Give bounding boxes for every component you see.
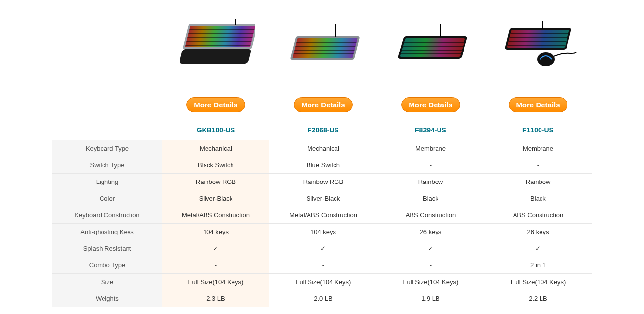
spec-value: Rainbow — [377, 174, 484, 190]
spec-value: Black — [484, 190, 592, 207]
spec-value: ✓ — [162, 240, 269, 257]
keyboard-image-gkb100 — [177, 19, 255, 73]
spec-value: ✓ — [377, 240, 484, 257]
spec-value: - — [162, 257, 269, 274]
spec-label: Combo Type — [52, 257, 162, 274]
keyboard-image-f2068 — [286, 24, 360, 68]
spec-value: - — [484, 157, 592, 174]
svg-rect-12 — [293, 38, 358, 58]
svg-rect-2 — [185, 26, 255, 47]
spec-value: 26 keys — [484, 224, 592, 240]
model-name: F2068-US — [269, 121, 377, 140]
keyboard-image-f8294 — [394, 24, 467, 68]
spec-value: 2.2 LB — [484, 290, 592, 307]
spec-label: Lighting — [52, 174, 162, 190]
spec-value: Rainbow RGB — [162, 174, 269, 190]
comparison-table: More Details More Details More Details M… — [52, 10, 592, 307]
spec-label: Keyboard Construction — [52, 207, 162, 224]
spec-value: 104 keys — [162, 224, 269, 240]
spec-value: ABS Construction — [377, 207, 484, 224]
more-details-button[interactable]: More Details — [401, 97, 460, 112]
spec-value: Silver-Black — [269, 190, 377, 207]
spec-value: Mechanical — [162, 140, 269, 157]
spec-label: Switch Type — [52, 157, 162, 174]
spec-value: - — [377, 257, 484, 274]
product-image-cell — [484, 10, 592, 83]
spec-value: Blue Switch — [269, 157, 377, 174]
product-image-cell — [269, 10, 377, 83]
spec-value: 104 keys — [269, 224, 377, 240]
spec-label: Weights — [52, 290, 162, 307]
image-row — [52, 10, 592, 83]
svg-rect-28 — [507, 30, 569, 48]
spec-value: - — [269, 257, 377, 274]
comparison-table-wrap: More Details More Details More Details M… — [52, 0, 592, 307]
spec-label: Anti-ghosting Keys — [52, 224, 162, 240]
spec-label: Color — [52, 190, 162, 207]
spec-value: Black Switch — [162, 157, 269, 174]
table-row: Keyboard ConstructionMetal/ABS Construct… — [52, 207, 592, 224]
table-row: Switch TypeBlack SwitchBlue Switch-- — [52, 157, 592, 174]
svg-point-34 — [537, 52, 555, 66]
model-name: F8294-US — [377, 121, 484, 140]
spec-value: ABS Construction — [484, 207, 592, 224]
table-row: Weights2.3 LB2.0 LB1.9 LB2.2 LB — [52, 290, 592, 307]
spec-value: Full Size(104 Keys) — [162, 274, 269, 290]
table-row: Anti-ghosting Keys104 keys104 keys26 key… — [52, 224, 592, 240]
spec-value: 1.9 LB — [377, 290, 484, 307]
spec-label: Size — [52, 274, 162, 290]
spec-value: ✓ — [484, 240, 592, 257]
model-name: F1100-US — [484, 121, 592, 140]
product-image-cell — [377, 10, 484, 83]
spec-value: Full Size(104 Keys) — [377, 274, 484, 290]
spec-value: Full Size(104 Keys) — [269, 274, 377, 290]
spec-value: Membrane — [484, 140, 592, 157]
spec-value: Full Size(104 Keys) — [484, 274, 592, 290]
button-row: More Details More Details More Details M… — [52, 83, 592, 121]
spec-value: - — [377, 157, 484, 174]
spec-value: Mechanical — [269, 140, 377, 157]
spec-value: 2 in 1 — [484, 257, 592, 274]
spec-value: Metal/ABS Construction — [269, 207, 377, 224]
table-row: Splash Resistant✓✓✓✓ — [52, 240, 592, 257]
svg-rect-8 — [179, 49, 251, 64]
table-row: SizeFull Size(104 Keys)Full Size(104 Key… — [52, 274, 592, 290]
spec-label: Keyboard Type — [52, 140, 162, 157]
keyboard-mouse-image-f1100 — [499, 21, 577, 70]
spec-value: Rainbow — [484, 174, 592, 190]
model-row: . GKB100-US F2068-US F8294-US F1100-US — [52, 121, 592, 140]
more-details-button[interactable]: More Details — [294, 97, 352, 112]
spec-label: Splash Resistant — [52, 240, 162, 257]
table-row: ColorSilver-BlackSilver-BlackBlackBlack — [52, 190, 592, 207]
product-image-cell — [162, 10, 269, 83]
model-name: GKB100-US — [162, 121, 269, 140]
spec-value: 26 keys — [377, 224, 484, 240]
more-details-button[interactable]: More Details — [186, 97, 245, 112]
table-row: LightingRainbow RGBRainbow RGBRainbowRai… — [52, 174, 592, 190]
spec-value: Silver-Black — [162, 190, 269, 207]
more-details-button[interactable]: More Details — [509, 97, 567, 112]
spec-value: 2.3 LB — [162, 290, 269, 307]
spec-value: Membrane — [377, 140, 484, 157]
table-row: Combo Type---2 in 1 — [52, 257, 592, 274]
spec-value: 2.0 LB — [269, 290, 377, 307]
table-row: Keyboard TypeMechanicalMechanicalMembran… — [52, 140, 592, 157]
spec-value: Rainbow RGB — [269, 174, 377, 190]
spec-value: Metal/ABS Construction — [162, 207, 269, 224]
spec-value: ✓ — [269, 240, 377, 257]
spec-value: Black — [377, 190, 484, 207]
